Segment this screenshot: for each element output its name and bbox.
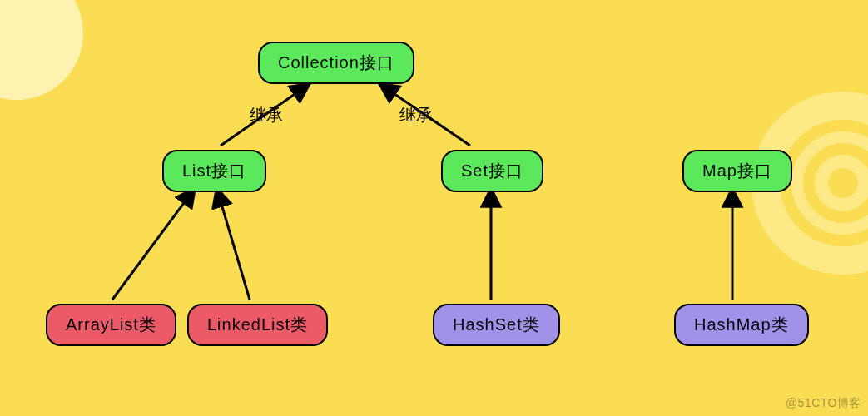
node-hashset-class: HashSet类 <box>433 304 560 346</box>
edges-layer <box>0 0 868 416</box>
edge-label-list-collection: 继承 <box>250 104 283 126</box>
node-collection-interface: Collection接口 <box>258 42 414 84</box>
node-arraylist-class: ArrayList类 <box>46 304 176 346</box>
watermark-text: @51CTO博客 <box>786 396 861 411</box>
svg-line-2 <box>112 187 196 300</box>
svg-line-3 <box>216 187 250 300</box>
node-set-interface: Set接口 <box>441 150 543 192</box>
node-hashmap-class: HashMap类 <box>674 304 809 346</box>
diagram-canvas: Collection接口 List接口 Set接口 Map接口 ArrayLis… <box>0 0 868 416</box>
node-list-interface: List接口 <box>162 150 266 192</box>
node-linkedlist-class: LinkedList类 <box>187 304 328 346</box>
node-map-interface: Map接口 <box>682 150 792 192</box>
edge-label-set-collection: 继承 <box>399 104 433 126</box>
decoration-circle-left <box>0 0 83 100</box>
